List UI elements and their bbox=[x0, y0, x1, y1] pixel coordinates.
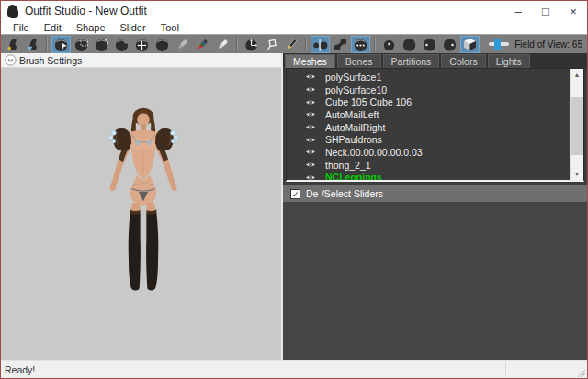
visibility-eye-icon[interactable] bbox=[305, 98, 321, 106]
deselect-sliders-header: ✓ De-/Select Sliders bbox=[283, 185, 587, 202]
field-of-view-label: Field of View: 65 bbox=[514, 39, 582, 50]
mesh-name: SHPauldrons bbox=[325, 134, 382, 145]
tab-colors[interactable]: Colors bbox=[441, 54, 485, 68]
mesh-row[interactable]: polySurface10 bbox=[287, 84, 583, 96]
menu-edit[interactable]: Edit bbox=[37, 22, 69, 33]
mesh-row[interactable]: Neck.00.00.00.00.0.03 bbox=[287, 146, 583, 159]
scroll-up-icon[interactable]: ▲ bbox=[571, 69, 583, 81]
tab-meshes[interactable]: Meshes bbox=[285, 54, 335, 68]
menu-bar: FileEditShapeSliderTool bbox=[1, 21, 587, 34]
connected-only-toggle[interactable] bbox=[331, 36, 350, 53]
tab-lights[interactable]: Lights bbox=[488, 54, 530, 68]
menu-file[interactable]: File bbox=[6, 22, 37, 33]
left-pane: Brush Settings bbox=[1, 53, 281, 360]
light-left-toggle[interactable] bbox=[420, 36, 439, 53]
light-right-toggle[interactable] bbox=[440, 36, 459, 53]
app-logo-icon bbox=[7, 5, 18, 18]
mesh-row[interactable]: AutoMailLeft bbox=[287, 108, 583, 121]
deselect-sliders-checkbox[interactable]: ✓ bbox=[290, 189, 300, 199]
toolbar-separator bbox=[236, 37, 238, 51]
visibility-eye-icon[interactable] bbox=[305, 161, 321, 169]
visibility-eye-icon[interactable] bbox=[305, 110, 321, 118]
window-controls: –□× bbox=[504, 1, 587, 21]
status-text: Ready! bbox=[1, 364, 35, 375]
mesh-name: AutoMailLeft bbox=[325, 109, 379, 120]
mesh-row[interactable]: polySurface1 bbox=[287, 71, 583, 84]
menu-shape[interactable]: Shape bbox=[69, 22, 113, 33]
toolbar-buttons bbox=[3, 36, 480, 53]
move-brush-button[interactable] bbox=[132, 36, 152, 53]
status-bar-divider bbox=[505, 362, 506, 377]
mesh-rows: polySurface1polySurface10Cube 105 Cube 1… bbox=[287, 69, 583, 182]
mask-brush-button[interactable] bbox=[72, 36, 91, 53]
visibility-eye-icon[interactable] bbox=[305, 148, 321, 156]
mesh-row[interactable]: AutoMailRight bbox=[287, 121, 583, 134]
visibility-eye-icon[interactable] bbox=[305, 136, 321, 144]
slider-list-area bbox=[283, 202, 587, 360]
mesh-list: polySurface1polySurface10Cube 105 Cube 1… bbox=[286, 68, 584, 182]
global-brush-toggle[interactable] bbox=[351, 36, 370, 53]
edit-pen-tool-button[interactable] bbox=[282, 36, 301, 53]
resize-grip-icon[interactable] bbox=[577, 369, 585, 377]
window-title: Outfit Studio - New Outfit bbox=[25, 5, 147, 17]
character-model bbox=[93, 106, 194, 293]
inflate-brush-button[interactable] bbox=[92, 36, 111, 53]
light-center-toggle[interactable] bbox=[379, 36, 399, 53]
toolbar-separator bbox=[46, 37, 48, 51]
field-of-view-slider-thumb[interactable] bbox=[494, 39, 501, 50]
mesh-name: AutoMailRight bbox=[325, 122, 385, 133]
maximize-button[interactable]: □ bbox=[532, 1, 560, 21]
mesh-row[interactable]: Cube 105 Cube 106 bbox=[287, 95, 583, 108]
panel-tabs: MeshesBonesPartitionsColorsLights bbox=[283, 53, 587, 68]
mesh-row[interactable]: thong_2_1 bbox=[287, 159, 583, 172]
brush-settings-header[interactable]: Brush Settings bbox=[1, 53, 281, 68]
scroll-down-icon[interactable]: ▼ bbox=[571, 168, 583, 180]
perspective-toggle[interactable] bbox=[460, 36, 480, 53]
main-area: Brush Settings bbox=[1, 53, 587, 360]
brush-settings-label: Brush Settings bbox=[19, 55, 82, 66]
weight-brush-button[interactable] bbox=[173, 36, 192, 53]
smooth-brush-button[interactable] bbox=[153, 36, 172, 53]
visibility-eye-icon[interactable] bbox=[305, 123, 321, 131]
chevron-down-icon bbox=[5, 54, 17, 66]
transform-tool-button[interactable] bbox=[242, 36, 261, 53]
deselect-sliders-label: De-/Select Sliders bbox=[306, 188, 383, 199]
tab-partitions[interactable]: Partitions bbox=[383, 54, 440, 68]
right-pane: MeshesBonesPartitionsColorsLights polySu… bbox=[283, 53, 587, 360]
mesh-name: polySurface10 bbox=[325, 84, 387, 95]
close-button[interactable]: × bbox=[560, 1, 587, 21]
field-of-view-slider[interactable] bbox=[489, 42, 509, 46]
visibility-eye-icon[interactable] bbox=[305, 72, 321, 81]
minimize-button[interactable]: – bbox=[504, 1, 532, 21]
mesh-name: Cube 105 Cube 106 bbox=[325, 96, 412, 107]
viewport-3d[interactable] bbox=[1, 68, 281, 360]
x-mirror-toggle[interactable] bbox=[311, 36, 330, 53]
mesh-row[interactable]: NCLeggings bbox=[287, 172, 583, 183]
toolbar: Field of View: 65 bbox=[1, 34, 587, 53]
mesh-name: polySurface1 bbox=[325, 72, 381, 83]
toolbar-separator bbox=[374, 37, 376, 51]
color-brush-button[interactable] bbox=[193, 36, 212, 53]
mesh-name: thong_2_1 bbox=[325, 160, 371, 171]
toolbar-separator bbox=[305, 37, 307, 51]
title-bar: Outfit Studio - New Outfit –□× bbox=[1, 1, 587, 21]
deflate-brush-button[interactable] bbox=[112, 36, 131, 53]
light-plain-toggle[interactable] bbox=[400, 36, 419, 53]
visibility-eye-icon[interactable] bbox=[305, 85, 321, 94]
menu-tool[interactable]: Tool bbox=[153, 22, 187, 33]
mesh-name: Neck.00.00.00.00.0.03 bbox=[325, 147, 423, 158]
scrollbar-thumb[interactable] bbox=[571, 97, 583, 155]
menu-slider[interactable]: Slider bbox=[113, 22, 153, 33]
mesh-row[interactable]: SHPauldrons bbox=[287, 133, 583, 146]
status-bar: Ready! bbox=[1, 360, 587, 379]
visibility-eye-icon[interactable] bbox=[305, 173, 321, 182]
select-brush-button[interactable] bbox=[51, 36, 71, 53]
load-reference-button[interactable] bbox=[23, 36, 42, 53]
mesh-list-scrollbar[interactable]: ▲ ▼ bbox=[570, 69, 583, 180]
app-window: Outfit Studio - New Outfit –□× FileEditS… bbox=[0, 0, 588, 379]
mesh-name: NCLeggings bbox=[325, 172, 382, 182]
alpha-brush-button[interactable] bbox=[213, 36, 232, 53]
pin-tool-button[interactable] bbox=[262, 36, 281, 53]
tab-bones[interactable]: Bones bbox=[337, 54, 381, 68]
load-project-button[interactable] bbox=[3, 36, 22, 53]
